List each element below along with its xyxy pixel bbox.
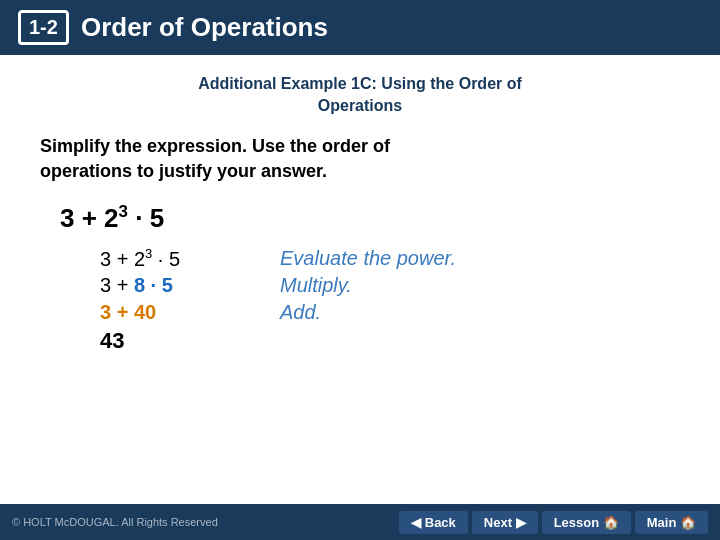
- header: 1-2 Order of Operations: [0, 0, 720, 55]
- step-3-expr: 3 + 40: [100, 301, 240, 324]
- step-row-2: 3 + 8 · 5 Multiply.: [100, 274, 680, 297]
- step-row-1: 3 + 23 · 5 Evaluate the power.: [100, 246, 680, 271]
- subtitle-line1: Additional Example 1C: Using the Order o…: [198, 75, 522, 92]
- step-1-desc: Evaluate the power.: [280, 247, 456, 270]
- content-area: Additional Example 1C: Using the Order o…: [0, 55, 720, 364]
- steps-container: 3 + 23 · 5 Evaluate the power. 3 + 8 · 5…: [100, 246, 680, 325]
- step-row-3: 3 + 40 Add.: [100, 301, 680, 324]
- back-button[interactable]: ◀ Back: [399, 511, 468, 534]
- section-badge: 1-2: [18, 10, 69, 45]
- copyright-text: © HOLT McDOUGAL. All Rights Reserved: [12, 516, 218, 528]
- step-1-expr: 3 + 23 · 5: [100, 246, 240, 271]
- main-expression: 3 + 23 · 5: [60, 202, 680, 234]
- lesson-button[interactable]: Lesson 🏠: [542, 511, 631, 534]
- final-answer: 43: [100, 328, 680, 354]
- instruction-text: Simplify the expression. Use the order o…: [40, 134, 680, 184]
- footer: © HOLT McDOUGAL. All Rights Reserved ◀ B…: [0, 504, 720, 540]
- main-button[interactable]: Main 🏠: [635, 511, 708, 534]
- step-3-desc: Add.: [280, 301, 321, 324]
- step-2-desc: Multiply.: [280, 274, 352, 297]
- page-title: Order of Operations: [81, 12, 328, 43]
- subtitle-line2: Operations: [318, 97, 402, 114]
- next-button[interactable]: Next ▶: [472, 511, 538, 534]
- nav-buttons: ◀ Back Next ▶ Lesson 🏠 Main 🏠: [399, 511, 708, 534]
- subtitle: Additional Example 1C: Using the Order o…: [40, 73, 680, 118]
- step-2-expr: 3 + 8 · 5: [100, 274, 240, 297]
